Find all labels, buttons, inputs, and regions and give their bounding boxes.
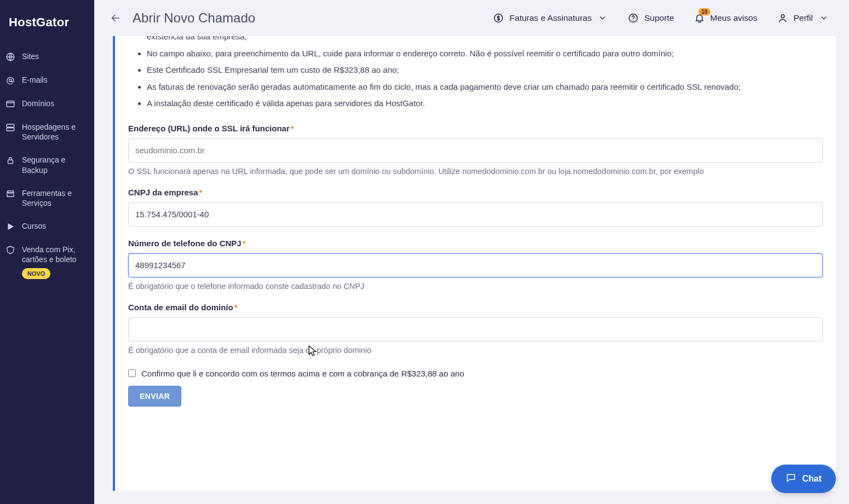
sidebar-nav: Sites E-mails Domínios Hospedagens e Ser… [0, 45, 94, 286]
field-email: Conta de email do dominío* É obrigatório… [128, 303, 823, 355]
info-item: A instalação deste certificado é válida … [147, 96, 823, 112]
required-asterisk: * [243, 239, 246, 248]
field-cnpj: CNPJ da empresa* [128, 188, 823, 227]
sidebar-item-emails[interactable]: E-mails [0, 68, 94, 92]
sidebar-item-sites[interactable]: Sites [0, 45, 94, 68]
top-notices[interactable]: 10 Meus avisos [690, 13, 762, 24]
info-item: A validação dos dados é feita por uma em… [147, 36, 823, 45]
sidebar-item-security[interactable]: Segurança e Backup [0, 148, 94, 181]
top-profile-label: Perfil [794, 13, 813, 23]
sidebar-item-courses[interactable]: Cursos [0, 215, 94, 238]
top-profile[interactable]: Perfil [773, 13, 834, 24]
chat-button[interactable]: Chat [771, 465, 836, 493]
sidebar-item-tools[interactable]: Ferramentas e Serviços [0, 182, 94, 215]
chevron-down-icon [597, 13, 608, 24]
sidebar-item-label: Cursos [22, 221, 46, 231]
field-cnpj-label: CNPJ da empresa* [128, 188, 823, 197]
sidebar-item-label: Ferramentas e Serviços [22, 188, 89, 208]
chevron-down-icon [818, 13, 829, 24]
top-support-label: Suporte [644, 13, 674, 23]
field-email-label: Conta de email do dominío* [128, 303, 823, 312]
confirm-checkbox[interactable] [128, 369, 136, 377]
sidebar-item-hosting[interactable]: Hospedagens e Servidores [0, 115, 94, 148]
info-list: Receita Federal; A validação dos dados é… [128, 36, 823, 112]
store-icon [5, 189, 15, 199]
window-icon [5, 99, 15, 109]
ticket-card: Receita Federal; A validação dos dados é… [113, 36, 836, 491]
field-email-help: É obrigatório que a conta de email infor… [128, 346, 823, 355]
brand-logo: HostGator [0, 10, 94, 45]
submit-button[interactable]: ENVIAR [128, 386, 181, 407]
email-input[interactable] [128, 317, 823, 341]
info-item: As faturas de renovação serão geradas au… [147, 79, 823, 95]
help-circle-icon [628, 13, 639, 24]
field-url-help: O SSL funcionará apenas na URL informada… [128, 167, 823, 176]
sidebar-item-label: Venda com Pix, cartões e boleto NOVO [22, 245, 89, 279]
sidebar-item-label: Segurança e Backup [22, 155, 89, 175]
top-invoices-label: Faturas e Assinaturas [509, 13, 592, 23]
lock-icon [5, 155, 15, 165]
chat-label: Chat [802, 474, 822, 484]
required-asterisk: * [291, 124, 294, 133]
dollar-circle-icon [493, 13, 504, 24]
field-url: Endereço (URL) onde o SSL irá funcionar*… [128, 124, 823, 176]
svg-rect-3 [7, 124, 14, 127]
topbar: Abrir Novo Chamado Faturas e Assinaturas… [94, 0, 849, 36]
at-icon [5, 76, 15, 85]
required-asterisk: * [199, 188, 203, 197]
chat-icon [785, 472, 796, 485]
url-input[interactable] [128, 138, 823, 163]
brand-name: HostGator [9, 15, 69, 30]
sidebar-item-label: E-mails [22, 75, 48, 85]
field-url-label: Endereço (URL) onde o SSL irá funcionar* [128, 124, 823, 133]
shield-icon [5, 245, 15, 255]
top-notices-label: Meus avisos [710, 13, 758, 23]
back-arrow-icon[interactable] [110, 12, 122, 24]
top-support[interactable]: Suporte [623, 13, 678, 24]
globe-icon [5, 52, 15, 62]
field-phone: Número de telefone do CNPJ* É obrigatóri… [128, 239, 823, 291]
sidebar-item-sell[interactable]: Venda com Pix, cartões e boleto NOVO [0, 238, 94, 286]
field-phone-help: É obrigatório que o telefone informado c… [128, 282, 823, 291]
svg-point-8 [781, 15, 784, 18]
sidebar: HostGator Sites E-mails Domínios Hospeda… [0, 0, 94, 504]
field-phone-label: Número de telefone do CNPJ* [128, 239, 823, 248]
svg-rect-5 [8, 160, 13, 164]
novo-badge: NOVO [22, 268, 50, 279]
bell-icon: 10 [694, 13, 705, 24]
user-icon [777, 13, 788, 24]
svg-rect-2 [7, 101, 14, 107]
sidebar-item-label: Domínios [22, 99, 54, 108]
phone-input[interactable] [128, 253, 823, 277]
top-invoices[interactable]: Faturas e Assinaturas [489, 13, 612, 24]
sidebar-item-label: Sites [22, 51, 39, 61]
content-area: Receita Federal; A validação dos dados é… [94, 36, 849, 504]
required-asterisk: * [234, 303, 238, 312]
server-icon [5, 123, 15, 132]
svg-point-1 [9, 79, 12, 82]
svg-rect-4 [7, 128, 14, 131]
confirm-label: Confirmo que li e concordo com os termos… [141, 369, 464, 378]
info-item: No campo abaixo, para preenchimento da U… [147, 46, 823, 62]
sidebar-item-domains[interactable]: Domínios [0, 92, 94, 115]
sidebar-item-label: Hospedagens e Servidores [22, 122, 89, 142]
notification-count-badge: 10 [698, 8, 710, 15]
confirm-row[interactable]: Confirmo que li e concordo com os termos… [128, 369, 823, 378]
cnpj-input[interactable] [128, 202, 823, 227]
play-icon [5, 222, 15, 231]
info-item: Este Certificado SSL Empresarial tem um … [147, 62, 823, 78]
page-title: Abrir Novo Chamado [133, 10, 255, 26]
